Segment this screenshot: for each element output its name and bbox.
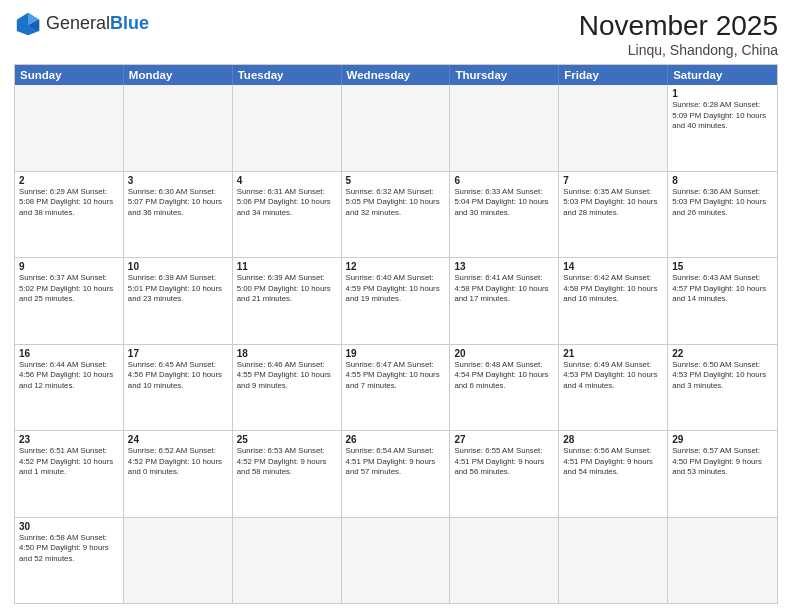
cal-cell	[668, 518, 777, 604]
cal-cell	[233, 85, 342, 171]
day-info: Sunrise: 6:39 AM Sunset: 5:00 PM Dayligh…	[237, 273, 337, 305]
cal-week-5: 30Sunrise: 6:58 AM Sunset: 4:50 PM Dayli…	[15, 518, 777, 604]
cal-cell	[124, 85, 233, 171]
cal-cell: 20Sunrise: 6:48 AM Sunset: 4:54 PM Dayli…	[450, 345, 559, 431]
day-info: Sunrise: 6:32 AM Sunset: 5:05 PM Dayligh…	[346, 187, 446, 219]
location: Linqu, Shandong, China	[579, 42, 778, 58]
cal-cell	[15, 85, 124, 171]
cal-cell: 22Sunrise: 6:50 AM Sunset: 4:53 PM Dayli…	[668, 345, 777, 431]
day-info: Sunrise: 6:46 AM Sunset: 4:55 PM Dayligh…	[237, 360, 337, 392]
day-number: 12	[346, 261, 446, 272]
calendar-header-row: SundayMondayTuesdayWednesdayThursdayFrid…	[15, 65, 777, 85]
cal-cell	[559, 85, 668, 171]
day-number: 10	[128, 261, 228, 272]
day-number: 17	[128, 348, 228, 359]
day-number: 26	[346, 434, 446, 445]
day-info: Sunrise: 6:30 AM Sunset: 5:07 PM Dayligh…	[128, 187, 228, 219]
cal-cell: 15Sunrise: 6:43 AM Sunset: 4:57 PM Dayli…	[668, 258, 777, 344]
day-info: Sunrise: 6:31 AM Sunset: 5:06 PM Dayligh…	[237, 187, 337, 219]
cal-week-4: 23Sunrise: 6:51 AM Sunset: 4:52 PM Dayli…	[15, 431, 777, 518]
day-info: Sunrise: 6:47 AM Sunset: 4:55 PM Dayligh…	[346, 360, 446, 392]
logo-general: General	[46, 13, 110, 33]
cal-cell: 24Sunrise: 6:52 AM Sunset: 4:52 PM Dayli…	[124, 431, 233, 517]
cal-cell: 19Sunrise: 6:47 AM Sunset: 4:55 PM Dayli…	[342, 345, 451, 431]
day-number: 22	[672, 348, 773, 359]
cal-header-sunday: Sunday	[15, 65, 124, 85]
logo: GeneralBlue	[14, 10, 149, 38]
day-info: Sunrise: 6:45 AM Sunset: 4:56 PM Dayligh…	[128, 360, 228, 392]
day-number: 4	[237, 175, 337, 186]
day-number: 2	[19, 175, 119, 186]
cal-cell: 1Sunrise: 6:28 AM Sunset: 5:09 PM Daylig…	[668, 85, 777, 171]
day-number: 19	[346, 348, 446, 359]
day-number: 28	[563, 434, 663, 445]
cal-cell: 11Sunrise: 6:39 AM Sunset: 5:00 PM Dayli…	[233, 258, 342, 344]
day-info: Sunrise: 6:41 AM Sunset: 4:58 PM Dayligh…	[454, 273, 554, 305]
day-info: Sunrise: 6:57 AM Sunset: 4:50 PM Dayligh…	[672, 446, 773, 478]
cal-cell: 12Sunrise: 6:40 AM Sunset: 4:59 PM Dayli…	[342, 258, 451, 344]
day-info: Sunrise: 6:51 AM Sunset: 4:52 PM Dayligh…	[19, 446, 119, 478]
cal-cell: 14Sunrise: 6:42 AM Sunset: 4:58 PM Dayli…	[559, 258, 668, 344]
cal-cell	[342, 85, 451, 171]
cal-week-3: 16Sunrise: 6:44 AM Sunset: 4:56 PM Dayli…	[15, 345, 777, 432]
day-number: 21	[563, 348, 663, 359]
cal-cell	[559, 518, 668, 604]
cal-cell: 28Sunrise: 6:56 AM Sunset: 4:51 PM Dayli…	[559, 431, 668, 517]
cal-cell: 5Sunrise: 6:32 AM Sunset: 5:05 PM Daylig…	[342, 172, 451, 258]
generalblue-logo-icon	[14, 10, 42, 38]
day-number: 6	[454, 175, 554, 186]
cal-cell	[450, 85, 559, 171]
day-number: 27	[454, 434, 554, 445]
cal-cell: 6Sunrise: 6:33 AM Sunset: 5:04 PM Daylig…	[450, 172, 559, 258]
day-info: Sunrise: 6:40 AM Sunset: 4:59 PM Dayligh…	[346, 273, 446, 305]
day-number: 23	[19, 434, 119, 445]
cal-cell	[450, 518, 559, 604]
day-number: 11	[237, 261, 337, 272]
cal-cell: 27Sunrise: 6:55 AM Sunset: 4:51 PM Dayli…	[450, 431, 559, 517]
cal-header-saturday: Saturday	[668, 65, 777, 85]
cal-cell: 4Sunrise: 6:31 AM Sunset: 5:06 PM Daylig…	[233, 172, 342, 258]
day-info: Sunrise: 6:49 AM Sunset: 4:53 PM Dayligh…	[563, 360, 663, 392]
day-number: 9	[19, 261, 119, 272]
cal-week-1: 2Sunrise: 6:29 AM Sunset: 5:08 PM Daylig…	[15, 172, 777, 259]
cal-cell: 2Sunrise: 6:29 AM Sunset: 5:08 PM Daylig…	[15, 172, 124, 258]
day-info: Sunrise: 6:43 AM Sunset: 4:57 PM Dayligh…	[672, 273, 773, 305]
day-info: Sunrise: 6:38 AM Sunset: 5:01 PM Dayligh…	[128, 273, 228, 305]
cal-cell: 25Sunrise: 6:53 AM Sunset: 4:52 PM Dayli…	[233, 431, 342, 517]
cal-cell: 23Sunrise: 6:51 AM Sunset: 4:52 PM Dayli…	[15, 431, 124, 517]
day-number: 25	[237, 434, 337, 445]
day-info: Sunrise: 6:28 AM Sunset: 5:09 PM Dayligh…	[672, 100, 773, 132]
day-info: Sunrise: 6:42 AM Sunset: 4:58 PM Dayligh…	[563, 273, 663, 305]
day-number: 16	[19, 348, 119, 359]
title-block: November 2025 Linqu, Shandong, China	[579, 10, 778, 58]
day-info: Sunrise: 6:52 AM Sunset: 4:52 PM Dayligh…	[128, 446, 228, 478]
cal-cell: 7Sunrise: 6:35 AM Sunset: 5:03 PM Daylig…	[559, 172, 668, 258]
cal-cell: 21Sunrise: 6:49 AM Sunset: 4:53 PM Dayli…	[559, 345, 668, 431]
logo-text: GeneralBlue	[46, 14, 149, 34]
day-info: Sunrise: 6:37 AM Sunset: 5:02 PM Dayligh…	[19, 273, 119, 305]
cal-cell: 16Sunrise: 6:44 AM Sunset: 4:56 PM Dayli…	[15, 345, 124, 431]
day-number: 20	[454, 348, 554, 359]
day-info: Sunrise: 6:36 AM Sunset: 5:03 PM Dayligh…	[672, 187, 773, 219]
day-number: 15	[672, 261, 773, 272]
day-number: 8	[672, 175, 773, 186]
logo-blue: Blue	[110, 13, 149, 33]
cal-cell: 8Sunrise: 6:36 AM Sunset: 5:03 PM Daylig…	[668, 172, 777, 258]
cal-week-0: 1Sunrise: 6:28 AM Sunset: 5:09 PM Daylig…	[15, 85, 777, 172]
day-info: Sunrise: 6:55 AM Sunset: 4:51 PM Dayligh…	[454, 446, 554, 478]
cal-cell: 29Sunrise: 6:57 AM Sunset: 4:50 PM Dayli…	[668, 431, 777, 517]
day-info: Sunrise: 6:35 AM Sunset: 5:03 PM Dayligh…	[563, 187, 663, 219]
cal-cell	[342, 518, 451, 604]
day-info: Sunrise: 6:58 AM Sunset: 4:50 PM Dayligh…	[19, 533, 119, 565]
cal-cell: 13Sunrise: 6:41 AM Sunset: 4:58 PM Dayli…	[450, 258, 559, 344]
day-info: Sunrise: 6:33 AM Sunset: 5:04 PM Dayligh…	[454, 187, 554, 219]
cal-cell: 17Sunrise: 6:45 AM Sunset: 4:56 PM Dayli…	[124, 345, 233, 431]
day-number: 24	[128, 434, 228, 445]
day-info: Sunrise: 6:48 AM Sunset: 4:54 PM Dayligh…	[454, 360, 554, 392]
day-number: 14	[563, 261, 663, 272]
cal-cell	[233, 518, 342, 604]
day-info: Sunrise: 6:54 AM Sunset: 4:51 PM Dayligh…	[346, 446, 446, 478]
day-info: Sunrise: 6:53 AM Sunset: 4:52 PM Dayligh…	[237, 446, 337, 478]
cal-header-thursday: Thursday	[450, 65, 559, 85]
day-number: 18	[237, 348, 337, 359]
